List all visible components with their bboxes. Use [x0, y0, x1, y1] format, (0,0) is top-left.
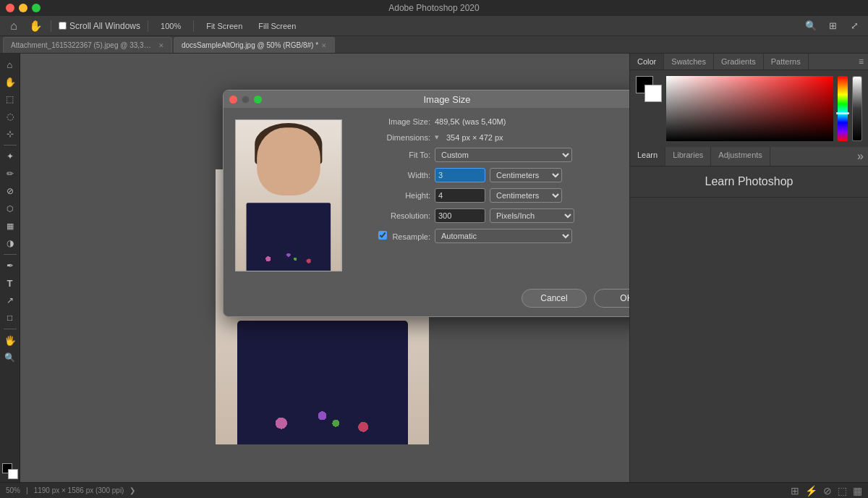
toolbar-divider2 — [148, 20, 148, 32]
scroll-all-windows-checkbox[interactable] — [59, 22, 67, 30]
dimensions-label: Dimensions: — [365, 133, 430, 142]
fit-to-row: Fit To: Custom — [365, 148, 629, 162]
resample-select[interactable]: Automatic Preserve Details 2.0 Bicubic S… — [435, 229, 572, 243]
fill-screen-button[interactable]: Fill Screen — [253, 20, 301, 33]
tab-patterns[interactable]: Patterns — [764, 54, 809, 69]
minimize-button[interactable] — [19, 4, 27, 12]
maximize-button[interactable] — [32, 4, 41, 12]
traffic-lights — [6, 4, 41, 12]
app-title: Adobe Photoshop 2020 — [388, 3, 479, 13]
tabs-bar: Attachment_1615322367 (5).jpeg @ 33,3% (… — [0, 36, 868, 54]
preview-body — [247, 203, 331, 271]
dialog-title: Image Size — [423, 94, 470, 105]
status-arrow[interactable]: ❯ — [129, 486, 135, 494]
width-height-section: Width: Centimeters Pixels Inches Millime… — [365, 168, 629, 208]
height-unit-select[interactable]: Centimeters Pixels Inches Millimeters — [490, 188, 562, 203]
status-icon-1[interactable]: ⊞ — [791, 485, 799, 497]
dialog-minimize[interactable] — [242, 96, 250, 104]
tab-attachment[interactable]: Attachment_1615322367 (5).jpeg @ 33,3% (… — [3, 37, 172, 53]
tab-docs[interactable]: docsSampleAltOrig.jpg @ 50% (RGB/8#) * ✕ — [174, 37, 335, 53]
pen-tool[interactable]: ✒ — [2, 258, 18, 274]
opacity-gradient — [853, 77, 861, 140]
type-tool[interactable]: T — [2, 275, 18, 291]
move-tool[interactable]: ⌂ — [2, 56, 18, 72]
preview-flowers — [255, 247, 322, 267]
dialog-traffic-lights — [229, 96, 262, 104]
close-button[interactable] — [6, 4, 14, 12]
shape-tool[interactable]: □ — [2, 310, 18, 326]
scroll-all-windows-label[interactable]: Scroll All Windows — [59, 21, 140, 31]
cancel-button[interactable]: Cancel — [522, 289, 587, 308]
tab-color[interactable]: Color — [630, 54, 664, 69]
tab-libraries[interactable]: Libraries — [665, 147, 711, 166]
tab-close-1[interactable]: ✕ — [158, 42, 164, 49]
resample-checkbox[interactable] — [378, 231, 387, 240]
status-icon-3[interactable]: ⊘ — [823, 485, 832, 497]
lasso-tool[interactable]: ◌ — [2, 109, 18, 124]
dialog-form: Image Size: 489,5K (was 5,40M) ⚙ Dimensi… — [354, 108, 629, 283]
hand-tool-2[interactable]: 🖐 — [2, 332, 18, 348]
dialog-maximize[interactable] — [254, 96, 262, 104]
tab-label-1: Attachment_1615322367 (5).jpeg @ 33,3% (… — [11, 41, 156, 49]
spot-heal-tool[interactable]: ✦ — [2, 148, 18, 164]
expand-icon[interactable]: ⤢ — [846, 18, 862, 34]
main-layout: ⌂ ✋ ⬚ ◌ ⊹ ✦ ✏ ⊘ ⬡ ▦ ◑ ✒ T ↗ □ 🖐 🔍 — [0, 54, 868, 482]
marquee-tool[interactable]: ⬚ — [2, 91, 18, 107]
width-unit-select[interactable]: Centimeters Pixels Inches Millimeters — [490, 168, 562, 182]
image-size-row: Image Size: 489,5K (was 5,40M) ⚙ — [365, 117, 629, 127]
title-bar: Adobe Photoshop 2020 — [0, 0, 868, 16]
background-color[interactable] — [644, 85, 662, 102]
clone-tool[interactable]: ⊘ — [2, 183, 18, 199]
foreground-bg-colors[interactable] — [2, 463, 18, 479]
search-icon[interactable]: 🔍 — [803, 18, 819, 34]
opacity-slider[interactable] — [852, 76, 862, 141]
fit-screen-button[interactable]: Fit Screen — [201, 20, 247, 33]
secondary-panel-tabs: Learn Libraries Adjustments » — [630, 147, 868, 166]
tab-swatches[interactable]: Swatches — [664, 54, 714, 69]
tab-adjustments[interactable]: Adjustments — [711, 147, 770, 166]
gradient-tool[interactable]: ▦ — [2, 218, 18, 234]
dialog-title-bar: Image Size — [224, 90, 629, 108]
tab-learn[interactable]: Learn — [630, 147, 665, 166]
crop-tool[interactable]: ⊹ — [2, 126, 18, 142]
resolution-label: Resolution: — [365, 211, 430, 220]
right-panel: Color Swatches Gradients Patterns ≡ — [629, 54, 868, 482]
home-button[interactable]: ⌂ — [6, 18, 22, 34]
status-icon-4[interactable]: ⬚ — [838, 485, 847, 497]
hue-slider[interactable] — [838, 76, 848, 141]
tab-gradients[interactable]: Gradients — [714, 54, 764, 69]
body-element — [237, 321, 408, 444]
height-input[interactable] — [435, 188, 485, 203]
image-size-dialog[interactable]: Image Size — [223, 90, 629, 317]
hand-tool[interactable]: ✋ — [2, 74, 18, 90]
ok-button[interactable]: OK — [594, 289, 629, 308]
foreground-background-colors[interactable] — [636, 76, 662, 102]
zoom-level[interactable]: 100% — [156, 20, 186, 33]
dodge-tool[interactable]: ◑ — [2, 235, 18, 251]
preview-face — [257, 127, 320, 195]
dialog-content: Image Size: 489,5K (was 5,40M) ⚙ Dimensi… — [224, 108, 629, 283]
fit-to-select[interactable]: Custom — [435, 148, 572, 162]
arrange-icon[interactable]: ⊞ — [825, 18, 841, 34]
resample-row: Resample: Automatic Preserve Details 2.0… — [365, 229, 629, 243]
width-input[interactable] — [435, 168, 485, 182]
zoom-tool[interactable]: 🔍 — [2, 350, 18, 366]
resolution-input[interactable] — [435, 208, 485, 223]
panel-options-icon[interactable]: ≡ — [854, 54, 868, 69]
tab-label-2: docsSampleAltOrig.jpg @ 50% (RGB/8#) * — [182, 41, 318, 49]
status-icon-2[interactable]: ⚡ — [805, 485, 817, 497]
tab-close-2[interactable]: ✕ — [321, 42, 327, 49]
brush-tool[interactable]: ✏ — [2, 166, 18, 182]
resample-label: Resample: — [365, 231, 430, 241]
width-row: Width: Centimeters Pixels Inches Millime… — [365, 168, 629, 182]
gradient-overlay — [666, 76, 833, 141]
color-gradient-picker[interactable] — [666, 76, 833, 141]
eraser-tool[interactable]: ⬡ — [2, 201, 18, 216]
dimensions-dropdown-icon[interactable]: ▾ — [435, 132, 439, 142]
expand-panel-icon[interactable]: » — [853, 147, 868, 166]
status-icon-5[interactable]: ▦ — [853, 485, 862, 497]
hand-tool-button[interactable]: ✋ — [27, 18, 43, 34]
resolution-unit-select[interactable]: Pixels/Inch Pixels/Centimeter — [490, 208, 574, 223]
dialog-close[interactable] — [229, 96, 237, 104]
path-select-tool[interactable]: ↗ — [2, 292, 18, 308]
